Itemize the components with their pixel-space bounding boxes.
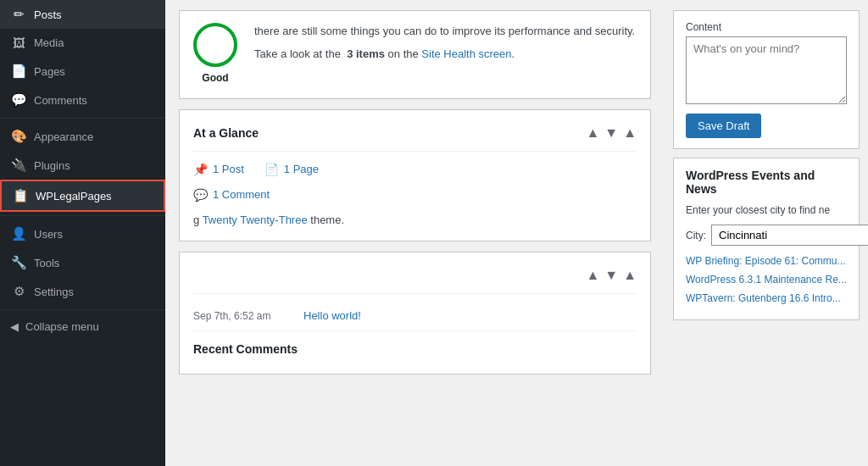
activity-down-icon[interactable]: ▼ bbox=[604, 264, 618, 286]
posts-icon: ✏ bbox=[10, 7, 27, 22]
at-a-glance-card: At a Glance ▲ ▼ ▲ 📌 1 Post 📄 1 Page 💬 1 … bbox=[179, 109, 651, 241]
site-health-link[interactable]: Site Health screen bbox=[421, 47, 511, 60]
sidebar-item-label: Users bbox=[34, 228, 63, 241]
save-draft-button[interactable]: Save Draft bbox=[686, 114, 761, 138]
activity-time: Sep 7th, 6:52 am bbox=[193, 308, 287, 325]
sidebar-item-settings[interactable]: ⚙ Settings bbox=[0, 277, 165, 306]
activity-card-controls: ▲ ▼ ▲ bbox=[586, 264, 637, 286]
sidebar-item-appearance[interactable]: 🎨 Appearance bbox=[0, 122, 165, 151]
media-icon: 🖼 bbox=[10, 36, 27, 50]
activity-up-icon[interactable]: ▲ bbox=[586, 264, 599, 286]
settings-icon: ⚙ bbox=[10, 284, 27, 299]
right-panel: Content Save Draft WordPress Events and … bbox=[665, 0, 868, 466]
sidebar-item-wplegal[interactable]: 📋 WPLegalPages bbox=[0, 180, 165, 212]
publish-card: Content Save Draft bbox=[673, 10, 860, 149]
health-circle bbox=[193, 23, 237, 67]
expand-icon[interactable]: ▲ bbox=[623, 122, 637, 144]
wplegal-icon: 📋 bbox=[12, 188, 29, 203]
sidebar-item-label: Appearance bbox=[34, 130, 93, 143]
appearance-icon: 🎨 bbox=[10, 129, 27, 144]
wp-events-card: WordPress Events and News Enter your clo… bbox=[673, 158, 860, 320]
glance-stats-row: 📌 1 Post 📄 1 Page bbox=[193, 160, 637, 179]
news-item-1[interactable]: WP Briefing: Episode 61: Commu... bbox=[686, 254, 847, 269]
comments-icon: 💬 bbox=[10, 92, 27, 108]
collapse-down-icon[interactable]: ▼ bbox=[604, 122, 618, 144]
tools-icon: 🔧 bbox=[10, 255, 27, 270]
activity-title bbox=[193, 266, 197, 285]
wp-events-title: WordPress Events and News bbox=[686, 169, 847, 196]
sidebar-item-posts[interactable]: ✏ Posts bbox=[0, 0, 165, 29]
sidebar-item-users[interactable]: 👤 Users bbox=[0, 219, 165, 248]
health-desc-text: there are still some things you can do t… bbox=[254, 23, 637, 41]
comment-count-icon: 💬 bbox=[193, 186, 208, 204]
sidebar-item-comments[interactable]: 💬 Comments bbox=[0, 86, 165, 114]
sidebar-item-label: Settings bbox=[34, 286, 74, 298]
sidebar: ✏ Posts 🖼 Media 📄 Pages 💬 Comments 🎨 App… bbox=[0, 0, 165, 466]
at-a-glance-header: At a Glance ▲ ▼ ▲ bbox=[193, 122, 637, 152]
sidebar-item-tools[interactable]: 🔧 Tools bbox=[0, 248, 165, 277]
glance-comment-row: 💬 1 Comment bbox=[193, 186, 637, 204]
pages-icon: 📄 bbox=[10, 64, 27, 79]
activity-card: ▲ ▼ ▲ Sep 7th, 6:52 am Hello world! Rece… bbox=[179, 252, 651, 374]
post-count-link[interactable]: 📌 1 Post bbox=[193, 160, 244, 179]
collapse-up-icon[interactable]: ▲ bbox=[586, 122, 599, 144]
activity-expand-icon[interactable]: ▲ bbox=[623, 264, 637, 286]
content-textarea[interactable] bbox=[686, 36, 847, 104]
sidebar-item-media[interactable]: 🖼 Media bbox=[0, 29, 165, 57]
health-items-text: Take a look at the 3 items on the Site H… bbox=[254, 46, 637, 64]
collapse-icon: ◀ bbox=[10, 320, 19, 333]
sidebar-item-label: WPLegalPages bbox=[36, 190, 112, 202]
city-label: City: bbox=[686, 230, 706, 241]
card-controls: ▲ ▼ ▲ bbox=[586, 122, 637, 144]
page-count-icon: 📄 bbox=[264, 160, 279, 179]
at-a-glance-title: At a Glance bbox=[193, 124, 259, 142]
site-health-card: Good there are still some things you can… bbox=[179, 10, 651, 99]
health-status-label: Good bbox=[193, 70, 237, 86]
sidebar-item-label: Pages bbox=[34, 65, 65, 78]
sidebar-item-plugins[interactable]: 🔌 Plugins bbox=[0, 151, 165, 180]
post-count-icon: 📌 bbox=[193, 160, 208, 179]
city-input[interactable] bbox=[711, 225, 868, 246]
collapse-menu[interactable]: ◀ Collapse menu bbox=[0, 313, 165, 340]
city-row: City: bbox=[686, 225, 847, 246]
activity-header: ▲ ▼ ▲ bbox=[193, 264, 637, 294]
sidebar-item-label: Comments bbox=[34, 94, 87, 107]
page-count-link[interactable]: 📄 1 Page bbox=[264, 160, 319, 179]
comment-count-link[interactable]: 💬 1 Comment bbox=[193, 186, 270, 204]
sidebar-item-pages[interactable]: 📄 Pages bbox=[0, 57, 165, 86]
users-icon: 👤 bbox=[10, 226, 27, 241]
content-label: Content bbox=[686, 21, 847, 33]
activity-link[interactable]: Hello world! bbox=[303, 308, 361, 325]
theme-link[interactable]: Twenty Twenty-Three bbox=[203, 214, 308, 226]
health-status-section: Good bbox=[193, 23, 237, 86]
theme-text: g Twenty Twenty-Three theme. bbox=[193, 212, 637, 230]
collapse-label: Collapse menu bbox=[25, 320, 99, 333]
sidebar-item-label: Plugins bbox=[34, 159, 70, 172]
news-item-3[interactable]: WPTavern: Gutenberg 16.6 Intro... bbox=[686, 291, 847, 306]
activity-row: Sep 7th, 6:52 am Hello world! bbox=[193, 302, 637, 331]
main-content: Good there are still some things you can… bbox=[165, 0, 665, 466]
wp-events-description: Enter your closest city to find ne bbox=[686, 202, 847, 218]
sidebar-item-label: Posts bbox=[34, 8, 62, 21]
sidebar-item-label: Media bbox=[34, 36, 64, 49]
plugins-icon: 🔌 bbox=[10, 158, 27, 173]
site-health-description: there are still some things you can do t… bbox=[254, 23, 637, 64]
recent-comments-title: Recent Comments bbox=[193, 340, 637, 358]
news-item-2[interactable]: WordPress 6.3.1 Maintenance Re... bbox=[686, 273, 847, 287]
sidebar-item-label: Tools bbox=[34, 257, 59, 269]
